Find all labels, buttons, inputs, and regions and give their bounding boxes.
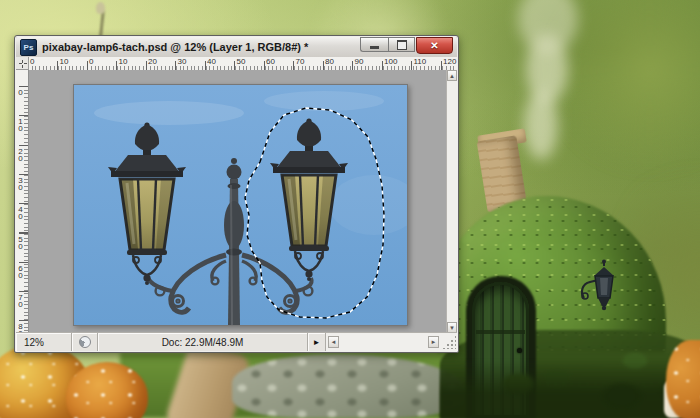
ruler-origin-box[interactable] <box>16 57 29 70</box>
ruler-top-label: 30 <box>178 57 187 66</box>
ruler-top-label: 10 <box>119 57 128 66</box>
restore-button[interactable] <box>388 37 415 52</box>
window-controls: ✕ <box>360 37 453 54</box>
ruler-vertical[interactable]: 01020304050607080 <box>16 70 29 333</box>
status-menu-arrow-icon: ► <box>313 338 321 347</box>
doc-info-value: Doc: 22.9M/48.9M <box>162 337 244 348</box>
doc-info-field[interactable]: Doc: 22.9M/48.9M <box>98 333 308 351</box>
horizontal-scrollbar[interactable]: ◄ ► <box>326 333 457 351</box>
door-band <box>476 330 525 334</box>
ruler-top-label: 40 <box>207 57 216 66</box>
dark-foliage <box>440 360 700 418</box>
status-bar: 12% Doc: 22.9M/48.9M ► ◄ ► <box>16 332 457 351</box>
resize-grip[interactable] <box>442 335 456 349</box>
ruler-top-label: 60 <box>266 57 275 66</box>
status-menu-button[interactable]: ► <box>308 333 326 351</box>
scroll-up-icon: ▲ <box>449 73 455 79</box>
photoshop-document-window[interactable]: Ps pixabay-lamp6-tach.psd @ 12% (Layer 1… <box>14 35 459 353</box>
scroll-left-icon: ◄ <box>331 339 337 345</box>
scroll-right-icon: ► <box>431 339 437 345</box>
window-title: pixabay-lamp6-tach.psd @ 12% (Layer 1, R… <box>42 41 360 53</box>
photoshop-logo-icon: Ps <box>20 39 37 56</box>
ruler-top-label: 120 <box>443 57 456 66</box>
ruler-horizontal[interactable]: 0100102030405060708090100110120 <box>16 57 457 71</box>
version-cue-icon <box>79 336 91 348</box>
ruler-top-label: 100 <box>384 57 397 66</box>
zoom-level-field[interactable]: 12% <box>16 333 72 351</box>
ruler-top-label: 80 <box>325 57 334 66</box>
ruler-top-label: 0 <box>30 57 34 66</box>
origin-crosshair-icon <box>22 60 23 68</box>
lamp-photo <box>74 85 407 325</box>
origin-crosshair-icon <box>19 63 27 64</box>
vertical-scrollbar[interactable]: ▲ ▼ <box>446 70 457 333</box>
ruler-top-label: 90 <box>355 57 364 66</box>
minimize-button[interactable] <box>360 37 388 52</box>
ruler-left-label: 40 <box>17 205 23 219</box>
scroll-up-button[interactable]: ▲ <box>447 70 457 81</box>
scroll-left-button[interactable]: ◄ <box>328 336 339 348</box>
sprout-bud <box>96 2 105 14</box>
ruler-top-label: 0 <box>89 57 93 66</box>
ruler-top-label: 70 <box>296 57 305 66</box>
ruler-left-label: 20 <box>17 147 23 161</box>
title-bar[interactable]: Ps pixabay-lamp6-tach.psd @ 12% (Layer 1… <box>16 37 457 57</box>
scroll-right-button[interactable]: ► <box>428 336 439 348</box>
ruler-left-label: 60 <box>17 264 23 278</box>
canvas-area[interactable] <box>29 70 447 333</box>
ruler-left-label: 50 <box>17 235 23 249</box>
screenshot-stage: Ps pixabay-lamp6-tach.psd @ 12% (Layer 1… <box>0 0 700 418</box>
ruler-left-label: 0 <box>17 88 23 95</box>
ruler-left-label: 70 <box>17 293 23 307</box>
ruler-top-label: 20 <box>148 57 157 66</box>
restore-icon <box>397 40 407 50</box>
ruler-top-label: 110 <box>414 57 427 66</box>
ruler-left-label: 10 <box>17 117 23 131</box>
miniature-street-lantern <box>578 258 622 320</box>
ruler-top-label: 50 <box>237 57 246 66</box>
minimize-icon <box>370 46 379 49</box>
close-button[interactable]: ✕ <box>416 37 453 54</box>
door-knob <box>517 348 522 353</box>
ruler-top-label: 10 <box>60 57 69 66</box>
zoom-level-value: 12% <box>24 337 44 348</box>
document-image[interactable] <box>73 84 408 326</box>
status-icon-cell <box>72 333 98 351</box>
scroll-down-icon: ▼ <box>449 325 455 331</box>
ruler-left-label: 30 <box>17 176 23 190</box>
close-icon: ✕ <box>430 40 438 51</box>
